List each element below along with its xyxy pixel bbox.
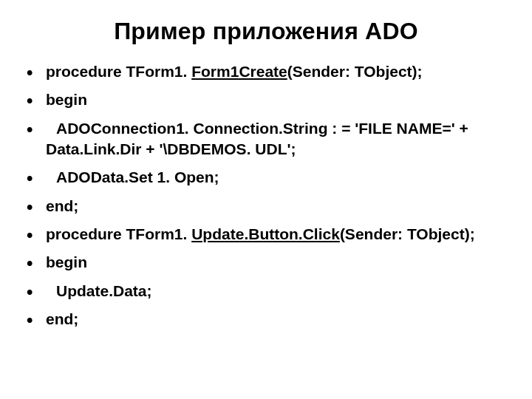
- slide: Пример приложения ADO procedure TForm1. …: [0, 0, 532, 399]
- line6-underline: Update.Button.Click: [191, 225, 340, 242]
- line1-suffix: (Sender: TObject);: [287, 63, 423, 80]
- code-line-4: ADOData.Set 1. Open;: [22, 167, 510, 188]
- line9-text: end;: [46, 310, 78, 327]
- line6-suffix: (Sender: TObject);: [340, 225, 475, 242]
- code-line-9: end;: [22, 309, 510, 330]
- line8-text: Update.Data;: [56, 282, 152, 299]
- code-line-6: procedure TForm1. Update.Button.Click(Se…: [22, 224, 510, 245]
- code-line-3: ADOConnection1. Connection.String : = 'F…: [22, 118, 510, 160]
- line1-underline: Form1Create: [191, 63, 287, 80]
- bullet-list: procedure TForm1. Form1Create(Sender: TO…: [22, 61, 510, 330]
- line3-text: ADOConnection1. Connection.String : = 'F…: [46, 120, 468, 157]
- code-line-7: begin: [22, 252, 510, 273]
- slide-title: Пример приложения ADO: [22, 18, 510, 45]
- line4-text: ADOData.Set 1. Open;: [56, 168, 219, 185]
- code-line-1: procedure TForm1. Form1Create(Sender: TO…: [22, 61, 510, 82]
- line6-prefix: procedure TForm1.: [46, 225, 191, 242]
- code-line-5: end;: [22, 196, 510, 216]
- line1-prefix: procedure TForm1.: [46, 63, 191, 80]
- code-line-8: Update.Data;: [22, 281, 510, 301]
- line2-text: begin: [46, 91, 87, 108]
- line7-text: begin: [46, 253, 87, 270]
- code-line-2: begin: [22, 89, 510, 110]
- line5-text: end;: [46, 197, 78, 214]
